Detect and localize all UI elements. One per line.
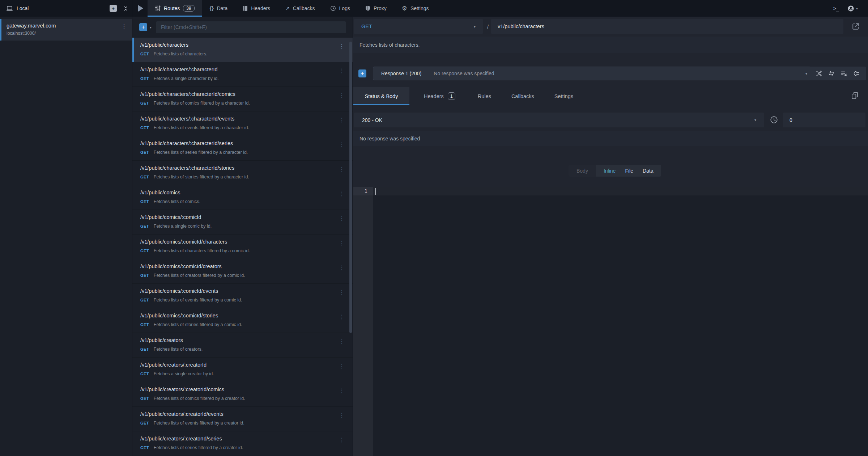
route-path-input[interactable] bbox=[491, 19, 843, 34]
tab-headers[interactable]: Headers bbox=[235, 0, 278, 17]
open-in-browser-icon[interactable] bbox=[851, 22, 860, 31]
route-item-menu-icon[interactable]: ⋮ bbox=[339, 43, 345, 50]
tab-response-headers[interactable]: Headers 1 bbox=[415, 87, 464, 105]
titlebar: Local + Routes 39 {} Data bbox=[0, 0, 868, 17]
route-description: Fetches lists of events filtered by a co… bbox=[154, 297, 242, 303]
editor-content[interactable] bbox=[373, 187, 868, 456]
route-path: /v1/public/creators/:creatorId/events bbox=[140, 411, 343, 417]
tab-logs[interactable]: Logs bbox=[323, 0, 358, 17]
route-list-item[interactable]: /v1/public/characters/:characterId GET F… bbox=[132, 62, 353, 87]
route-path: /v1/public/comics/:comicId/events bbox=[140, 288, 343, 294]
route-list-item[interactable]: /v1/public/characters/:characterId/stori… bbox=[132, 161, 353, 185]
tab-response-callbacks[interactable]: Callbacks bbox=[503, 87, 543, 105]
route-item-menu-icon[interactable]: ⋮ bbox=[339, 117, 345, 123]
routes-filter-input[interactable] bbox=[156, 21, 346, 33]
tab-routes[interactable]: Routes 39 bbox=[148, 0, 202, 17]
route-list-item[interactable]: /v1/public/creators/:creatorId/comics GE… bbox=[132, 382, 353, 407]
route-item-menu-icon[interactable]: ⋮ bbox=[339, 338, 345, 345]
route-list-item[interactable]: /v1/public/comics/:comicId/events GET Fe… bbox=[132, 284, 353, 308]
status-code-select[interactable]: 200 - OK ▾ bbox=[354, 113, 764, 127]
route-list-item[interactable]: /v1/public/creators/:creatorId/events GE… bbox=[132, 407, 353, 431]
route-path: /v1/public/characters/:characterId/serie… bbox=[140, 140, 343, 146]
response-toolbar: + Response 1 (200) No response was speci… bbox=[353, 67, 868, 80]
tab-proxy[interactable]: Proxy bbox=[358, 0, 394, 17]
route-list-item[interactable]: /v1/public/creators/:creatorId/series GE… bbox=[132, 431, 353, 456]
add-response-button[interactable]: + bbox=[358, 69, 366, 77]
route-item-menu-icon[interactable]: ⋮ bbox=[339, 240, 345, 246]
route-meta: GET Fetches lists of creators. bbox=[140, 347, 343, 352]
route-list-item[interactable]: /v1/public/characters/:characterId/serie… bbox=[132, 136, 353, 161]
route-list-item[interactable]: /v1/public/comics GET Fetches lists of c… bbox=[132, 185, 353, 210]
routes-count-badge: 39 bbox=[183, 5, 194, 12]
start-server-button[interactable] bbox=[138, 5, 143, 12]
tab-status-body[interactable]: Status & Body bbox=[353, 87, 409, 105]
route-item-menu-icon[interactable]: ⋮ bbox=[339, 141, 345, 148]
tab-callbacks[interactable]: ↗ Callbacks bbox=[278, 0, 322, 17]
route-item-menu-icon[interactable]: ⋮ bbox=[339, 166, 345, 173]
route-meta: GET Fetches lists of events filtered by … bbox=[140, 125, 343, 130]
route-method-badge: GET bbox=[140, 126, 149, 130]
tab-settings[interactable]: ⚙ Settings bbox=[394, 0, 437, 17]
route-item-menu-icon[interactable]: ⋮ bbox=[339, 412, 345, 419]
route-meta: GET Fetches lists of characters filtered… bbox=[140, 248, 343, 253]
response-select[interactable]: Response 1 (200) No response was specifi… bbox=[373, 67, 816, 80]
route-list-item[interactable]: /v1/public/comics/:comicId/creators GET … bbox=[132, 259, 353, 284]
route-list-item[interactable]: /v1/public/characters/:characterId/event… bbox=[132, 111, 353, 136]
disable-rules-icon[interactable] bbox=[841, 71, 847, 76]
route-meta: GET Fetches lists of series filtered by … bbox=[140, 445, 343, 450]
terminal-icon[interactable]: >_ bbox=[833, 5, 839, 11]
body-source-file[interactable]: File bbox=[620, 168, 638, 174]
tab-headers-label: Headers bbox=[251, 5, 270, 11]
sequential-response-icon[interactable] bbox=[828, 71, 834, 76]
route-description-input[interactable]: Fetches lists of characters. bbox=[353, 37, 868, 53]
copy-icon[interactable] bbox=[851, 92, 859, 100]
tab-status-body-label: Status & Body bbox=[365, 93, 398, 99]
route-list-item[interactable]: /v1/public/comics/:comicId/stories GET F… bbox=[132, 308, 353, 333]
account-menu[interactable]: ▾ bbox=[847, 5, 858, 12]
route-item-menu-icon[interactable]: ⋮ bbox=[339, 215, 345, 222]
route-meta: GET Fetches lists of comics filtered by … bbox=[140, 101, 343, 106]
add-environment-button[interactable]: + bbox=[110, 5, 117, 12]
body-source-inline[interactable]: Inline bbox=[599, 168, 620, 174]
tab-response-settings[interactable]: Settings bbox=[546, 87, 582, 105]
routes-icon bbox=[155, 5, 161, 11]
route-item-menu-icon[interactable]: ⋮ bbox=[339, 67, 345, 74]
routes-scrollbar-thumb[interactable] bbox=[349, 42, 352, 333]
route-list-item[interactable]: /v1/public/comics/:comicId GET Fetches a… bbox=[132, 210, 353, 235]
editor-cursor bbox=[375, 188, 376, 195]
tab-data[interactable]: {} Data bbox=[202, 0, 235, 17]
route-list-item[interactable]: /v1/public/characters/:characterId/comic… bbox=[132, 87, 353, 111]
body-source-data[interactable]: Data bbox=[638, 168, 658, 174]
add-route-button[interactable]: + bbox=[139, 23, 147, 31]
route-item-menu-icon[interactable]: ⋮ bbox=[339, 387, 345, 394]
body-toggle-options: Inline File Data bbox=[596, 165, 661, 177]
route-item-menu-icon[interactable]: ⋮ bbox=[339, 289, 345, 296]
route-item-menu-icon[interactable]: ⋮ bbox=[339, 264, 345, 271]
route-path: /v1/public/characters/:characterId bbox=[140, 67, 343, 72]
route-item-menu-icon[interactable]: ⋮ bbox=[339, 436, 345, 443]
route-list-item[interactable]: /v1/public/creators GET Fetches lists of… bbox=[132, 333, 353, 358]
route-item-menu-icon[interactable]: ⋮ bbox=[339, 92, 345, 99]
add-route-dropdown-caret[interactable]: ▾ bbox=[150, 25, 152, 29]
route-list-item[interactable]: /v1/public/comics/:comicId/characters GE… bbox=[132, 235, 353, 259]
status-code-value: 200 - OK bbox=[362, 117, 382, 123]
fallback-mode-icon[interactable] bbox=[853, 71, 859, 76]
latency-input[interactable] bbox=[783, 113, 865, 127]
environment-menu-icon[interactable]: ⋮ bbox=[121, 23, 127, 30]
route-list-item[interactable]: /v1/public/creators/:creatorId GET Fetch… bbox=[132, 358, 353, 382]
tab-response-headers-label: Headers bbox=[424, 93, 444, 99]
route-description: Fetches lists of creators filtered by a … bbox=[154, 273, 245, 278]
method-select[interactable]: GET ▾ bbox=[354, 19, 483, 34]
route-item-menu-icon[interactable]: ⋮ bbox=[339, 313, 345, 320]
tab-response-callbacks-label: Callbacks bbox=[511, 93, 534, 99]
route-list-item[interactable]: /v1/public/characters GET Fetches lists … bbox=[132, 38, 353, 62]
random-response-icon[interactable] bbox=[816, 71, 822, 76]
environment-item[interactable]: gateway.marvel.com localhost:3000/ ⋮ bbox=[0, 19, 132, 41]
route-method-badge: GET bbox=[140, 421, 149, 425]
tab-rules[interactable]: Rules bbox=[469, 87, 500, 105]
route-item-menu-icon[interactable]: ⋮ bbox=[339, 363, 345, 370]
main-nav: Routes 39 {} Data Headers ↗ Callbacks bbox=[148, 0, 437, 17]
collapse-sidebar-icon[interactable] bbox=[123, 6, 128, 11]
journal-icon bbox=[243, 5, 248, 11]
route-item-menu-icon[interactable]: ⋮ bbox=[339, 190, 345, 197]
